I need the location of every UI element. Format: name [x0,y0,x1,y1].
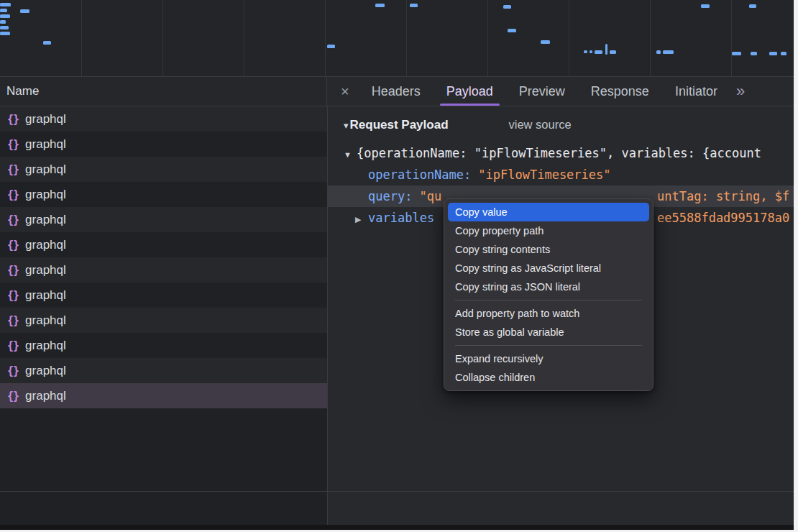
more-tabs-icon[interactable]: » [736,77,745,106]
root-preview: {operationName: "ipFlowTimeseries", vari… [357,146,761,160]
timeline-bar [20,9,29,13]
tab-payload[interactable]: Payload [434,77,506,106]
section-title: Request Payload [350,118,449,132]
overview-grid-line [325,0,326,76]
json-braces-icon: {} [7,390,19,403]
timeline-bar [375,4,385,7]
timeline-bar [584,50,587,53]
timeline-bar [663,50,674,54]
menu-item-copy-string-as-javascript-literal[interactable]: Copy string as JavaScript literal [448,259,649,278]
request-row[interactable]: {}graphql [0,232,327,257]
request-row[interactable]: {}graphql [0,283,327,308]
timeline-bar [781,52,786,55]
menu-divider [455,345,642,346]
property-value-tail: untTag: string, $f [657,185,789,207]
request-label: graphql [25,263,66,278]
timeline-bar [0,20,6,24]
devtools-window: Name × HeadersPayloadPreviewResponseInit… [0,0,794,530]
timeline-bar [43,41,51,45]
timeline-bar [503,5,511,9]
request-label: graphql [25,238,66,252]
json-braces-icon: {} [7,214,19,226]
name-column-label: Name [6,84,39,98]
overview-grid-line [650,0,651,76]
menu-item-copy-property-path[interactable]: Copy property path [448,221,649,240]
json-braces-icon: {} [7,239,19,252]
menu-item-collapse-children[interactable]: Collapse children [448,368,649,387]
request-row[interactable]: {}graphql [0,157,327,182]
timeline-bar [327,45,335,48]
json-braces-icon: {} [7,163,19,176]
network-overview[interactable] [0,0,794,77]
timeline-bar [590,50,592,53]
request-row[interactable]: {}graphql [0,257,327,283]
timeline-bar [751,52,757,55]
property-value-tail: ee5588fdad995178a0 [657,207,789,229]
json-braces-icon: {} [7,113,19,126]
request-label: graphql [25,313,66,328]
request-row[interactable]: {}graphql [0,182,327,207]
request-label: graphql [25,339,66,353]
timeline-bar [541,40,550,44]
request-row[interactable]: {}graphql [0,333,327,358]
request-label: graphql [25,288,66,303]
view-source-link[interactable]: view source [509,118,572,132]
timeline-bar [656,50,661,54]
tab-response[interactable]: Response [578,77,662,106]
menu-item-add-property-path-to-watch[interactable]: Add property path to watch [448,304,649,323]
name-column-header[interactable]: Name [0,77,327,106]
request-row[interactable]: {}graphql [0,358,327,383]
json-braces-icon: {} [7,364,19,377]
expand-triangle-icon[interactable]: ▼ [344,144,357,165]
network-detail-tabs: × HeadersPayloadPreviewResponseInitiator… [328,77,794,106]
request-list: {}graphql{}graphql{}graphql{}graphql{}gr… [0,106,328,530]
collapse-triangle-icon[interactable]: ▶ [355,208,368,230]
timeline-bar [0,32,10,35]
overview-grid-line [162,0,163,76]
request-row[interactable]: {}graphql [0,308,327,333]
menu-item-copy-string-contents[interactable]: Copy string contents [448,240,649,259]
menu-item-copy-string-as-json-literal[interactable]: Copy string as JSON literal [448,278,649,296]
menu-divider [455,300,642,301]
request-row[interactable]: {}graphql [0,106,327,132]
window-bottom-edge [0,525,794,530]
menu-item-expand-recursively[interactable]: Expand recursively [448,349,649,368]
request-label: graphql [25,364,66,378]
timeline-bar [0,14,10,18]
request-label: graphql [25,137,66,152]
json-braces-icon: {} [7,138,19,151]
timeline-bar [749,4,756,8]
overview-grid-line [487,0,488,76]
section-collapse-triangle-icon[interactable]: ▾ [344,120,349,131]
overview-grid-line [81,0,82,76]
timeline-bar [0,26,9,29]
request-label: graphql [25,213,66,227]
tree-row-operationname[interactable]: operationName:"ipFlowTimeseries" [328,164,794,185]
menu-item-copy-value[interactable]: Copy value [448,203,649,221]
tree-row-root[interactable]: ▼{operationName: "ipFlowTimeseries", var… [328,142,794,164]
tab-preview[interactable]: Preview [506,77,578,106]
timeline-bar [701,4,710,8]
request-row[interactable]: {}graphql [0,132,327,157]
timeline-bar [0,3,11,6]
timeline-bar [410,4,418,7]
json-braces-icon: {} [7,289,19,302]
json-braces-icon: {} [7,188,19,201]
property-key: variables [368,211,441,225]
tab-headers[interactable]: Headers [359,77,434,106]
timeline-bar [769,52,777,55]
request-payload-section-header: ▾Request Payload view source [328,106,794,132]
timeline-bar [595,50,602,54]
json-braces-icon: {} [7,339,19,352]
overview-grid-line [406,0,407,76]
tab-initiator[interactable]: Initiator [662,77,730,106]
close-panel-button[interactable]: × [328,77,359,106]
json-braces-icon: {} [7,264,19,277]
footer-divider [0,491,794,492]
timeline-bar [605,44,607,55]
menu-item-store-as-global-variable[interactable]: Store as global variable [448,323,649,341]
request-row[interactable]: {}graphql [0,383,327,408]
request-row[interactable]: {}graphql [0,207,327,232]
timeline-bar [732,52,741,55]
timeline-bar [610,50,616,54]
